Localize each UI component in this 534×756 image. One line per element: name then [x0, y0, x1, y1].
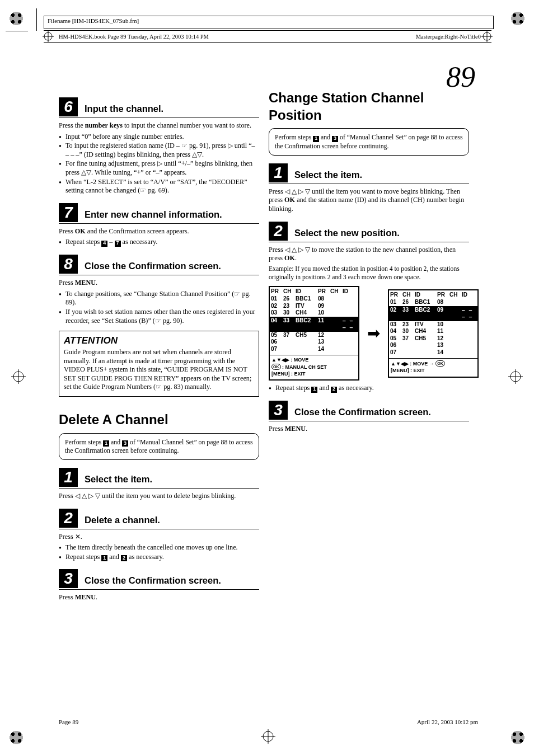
step-7-title: Enter new channel information.	[85, 209, 222, 222]
attention-box: ATTENTION Guide Program numbers are not …	[59, 331, 259, 397]
filename-box: Filename [HM-HDS4EK_07Sub.fm]	[44, 16, 494, 29]
step-7-header: 7 Enter new channel information.	[59, 203, 259, 224]
target-bottom	[261, 729, 275, 744]
step-num-6: 6	[59, 97, 78, 116]
page-number: 89	[446, 60, 475, 93]
step-num-7: 7	[59, 203, 78, 222]
channel-table-after: PRCHIDPRCHID0126BBC1080233BBC209– – – –0…	[388, 289, 479, 377]
registration-top-left	[8, 10, 25, 27]
registration-bottom-right	[509, 729, 526, 746]
change-note-box: Perform steps 1 and 3 of “Manual Channel…	[269, 128, 469, 155]
masterpage-label: Masterpage:Right-NoTitle0	[416, 34, 481, 40]
step-6-bullets: Input “0” before any single number entri…	[59, 133, 259, 195]
ref-step-4: 4	[101, 241, 107, 247]
del-step-2-para: Press ✕.	[59, 533, 259, 542]
chg-step-2-header: 2 Select the new position.	[269, 222, 469, 242]
delete-note-box: Perform steps 1 and 3 of “Manual Channel…	[59, 433, 259, 460]
ref-step-7: 7	[115, 241, 121, 247]
step-6-para: Press the number keys to input the chann…	[59, 121, 259, 130]
chg-step-2-example: Example: If you moved the station in pos…	[269, 265, 469, 282]
footer: Page 89 April 22, 2003 10:12 pm	[59, 719, 478, 725]
attention-body: Guide Program numbers are not set when c…	[64, 348, 254, 392]
left-column: 6 Input the channel. Press the number ke…	[59, 90, 259, 604]
step-7-para: Press OK and the Confirmation screen app…	[59, 227, 259, 236]
book-info: HM-HDS4EK.book Page 89 Tuesday, April 22…	[59, 34, 209, 40]
del-step-1-para: Press ◁ △ ▷ ▽ until the item you want to…	[59, 492, 259, 501]
ref-step-3: 3	[122, 440, 128, 447]
del-step-2-header: 2 Delete a channel.	[59, 509, 259, 529]
filename-text: Filename [HM-HDS4EK_07Sub.fm]	[48, 17, 139, 24]
arrow-icon: ➡	[367, 326, 380, 341]
chg-step-3-para: Press MENU.	[269, 425, 469, 434]
step-8-header: 8 Close the Confirmation screen.	[59, 255, 259, 275]
delete-channel-title: Delete A Channel	[59, 411, 259, 429]
attention-title: ATTENTION	[64, 335, 254, 347]
step-8-bullets: To change positions, see “Change Station…	[59, 290, 259, 325]
target-left	[11, 369, 26, 384]
ref-step-1: 1	[103, 440, 109, 447]
channel-diagram: PRCHIDPRCHID0126BBC1080223ITV090330CH410…	[269, 286, 469, 381]
chg-step-2-bullets: Repeat steps 1 and 2 as necessary.	[269, 384, 469, 393]
chg-step-2-para: Press ◁ △ ▷ ▽ to move the station to the…	[269, 246, 469, 263]
chg-step-3-header: 3 Close the Confirmation screen.	[269, 401, 469, 421]
footer-right: April 22, 2003 10:12 pm	[417, 719, 478, 725]
chg-step-1-header: 1 Select the item.	[269, 163, 469, 184]
channel-table-before: PRCHIDPRCHID0126BBC1080223ITV090330CH410…	[269, 286, 359, 381]
registration-top-right	[509, 10, 526, 27]
step-7-bullets: Repeat steps 4 – 7 as necessary.	[59, 238, 259, 247]
target-right	[508, 369, 523, 384]
del-step-1-header: 1 Select the item.	[59, 468, 259, 489]
registration-bottom-left	[8, 729, 25, 746]
step-6-title: Input the channel.	[85, 103, 163, 116]
step-8-title: Close the Confirmation screen.	[85, 260, 221, 274]
del-step-2-bullets: The item directly beneath the cancelled …	[59, 543, 259, 561]
change-position-title: Change Station Channel Position	[269, 90, 469, 124]
chg-step-1-para: Press ◁ △ ▷ ▽ until the item you want to…	[269, 187, 469, 214]
del-step-3-para: Press MENU.	[59, 593, 259, 602]
right-column: Change Station Channel Position Perform …	[269, 90, 469, 436]
step-6-header: 6 Input the channel.	[59, 97, 259, 118]
del-step-3-header: 3 Close the Confirmation screen.	[59, 569, 259, 590]
step-num-8: 8	[59, 255, 78, 274]
step-8-para: Press MENU.	[59, 279, 259, 288]
footer-left: Page 89	[59, 719, 78, 725]
